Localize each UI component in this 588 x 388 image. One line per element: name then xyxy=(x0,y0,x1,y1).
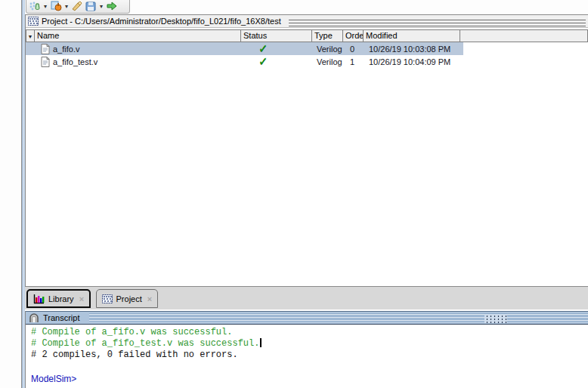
project-file-list: a_fifo.v ✓ Verilog 0 10/26/19 10:03:08 P… xyxy=(26,42,588,68)
file-modified: 10/26/19 10:03:08 PM xyxy=(364,45,463,54)
pane-tab-strip: Library × Project × xyxy=(25,287,588,310)
file-name: a_fifo_test.v xyxy=(53,57,97,66)
transcript-title: Transcript xyxy=(43,313,80,322)
tab-library[interactable]: Library × xyxy=(26,289,91,308)
project-pane-title: Project - C:/Users/Administrator/Desktop… xyxy=(42,17,281,26)
compile-all-dropdown-arrow[interactable]: ▾ xyxy=(63,1,70,12)
table-row[interactable]: a_fifo_test.v ✓ Verilog 1 10/26/19 10:04… xyxy=(26,55,463,68)
project-pane: Project - C:/Users/Administrator/Desktop… xyxy=(25,14,588,287)
file-type: Verilog xyxy=(312,45,343,54)
column-header-filler xyxy=(460,29,588,42)
file-icon xyxy=(41,57,50,67)
project-pane-titlebar[interactable]: Project - C:/Users/Administrator/Desktop… xyxy=(26,15,588,28)
file-order: 1 xyxy=(343,57,364,66)
transcript-line: # 2 compiles, 0 failed with no errors. xyxy=(31,350,588,361)
project-icon xyxy=(102,294,113,303)
column-filter-button[interactable]: ▼ xyxy=(26,29,35,42)
simulate-icon[interactable] xyxy=(71,0,83,12)
text-cursor xyxy=(260,338,262,347)
status-ok-icon: ✓ xyxy=(258,42,268,55)
toolbar: ▾ ▾ ▾ xyxy=(25,0,588,14)
transcript-icon xyxy=(29,313,39,323)
project-table-header: ▼ Name Status Type Order Modified xyxy=(26,29,588,42)
column-header-name[interactable]: Name xyxy=(35,29,241,42)
tab-project[interactable]: Project × xyxy=(96,289,159,308)
save-dropdown-arrow[interactable]: ▾ xyxy=(98,1,104,12)
status-ok-icon: ✓ xyxy=(258,54,268,68)
run-icon[interactable] xyxy=(106,0,118,12)
tab-label: Library xyxy=(48,294,74,303)
titlebar-dot-grip[interactable] xyxy=(484,314,507,323)
compile-all-icon[interactable] xyxy=(50,0,62,12)
command-prompt[interactable]: ModelSim> xyxy=(31,374,76,385)
table-row[interactable]: a_fifo.v ✓ Verilog 0 10/26/19 10:03:08 P… xyxy=(26,42,463,55)
transcript-line: # Compile of a_fifo_test.v was successfu… xyxy=(31,338,588,350)
project-icon xyxy=(28,17,39,26)
compile-icon[interactable] xyxy=(29,0,41,12)
transcript-titlebar[interactable]: Transcript xyxy=(26,311,588,325)
column-header-order[interactable]: Order xyxy=(343,29,364,42)
file-order: 0 xyxy=(343,45,364,54)
save-icon[interactable] xyxy=(85,0,97,12)
close-icon[interactable]: × xyxy=(79,294,84,303)
close-icon[interactable]: × xyxy=(147,294,152,303)
compile-dropdown-arrow[interactable]: ▾ xyxy=(42,1,48,12)
titlebar-grip-stripes[interactable] xyxy=(89,313,588,322)
file-type: Verilog xyxy=(312,57,343,66)
pane-drag-grip[interactable] xyxy=(289,17,586,27)
column-header-modified[interactable]: Modified xyxy=(364,29,460,42)
compile-toolbar-group: ▾ ▾ ▾ xyxy=(26,0,130,14)
column-header-status[interactable]: Status xyxy=(241,29,312,42)
file-icon xyxy=(41,44,50,54)
tab-label: Project xyxy=(116,294,142,303)
transcript-pane: Transcript # Compile of a_fifo.v was suc… xyxy=(25,311,588,388)
library-icon xyxy=(33,294,45,304)
file-name: a_fifo.v xyxy=(53,45,79,54)
column-filter-icon: ▼ xyxy=(28,34,33,39)
transcript-line: # Compile of a_fifo.v was successful. xyxy=(31,327,588,338)
transcript-output[interactable]: # Compile of a_fifo.v was successful. # … xyxy=(26,325,588,387)
file-modified: 10/26/19 10:04:09 PM xyxy=(364,57,463,66)
column-header-type[interactable]: Type xyxy=(312,29,343,42)
